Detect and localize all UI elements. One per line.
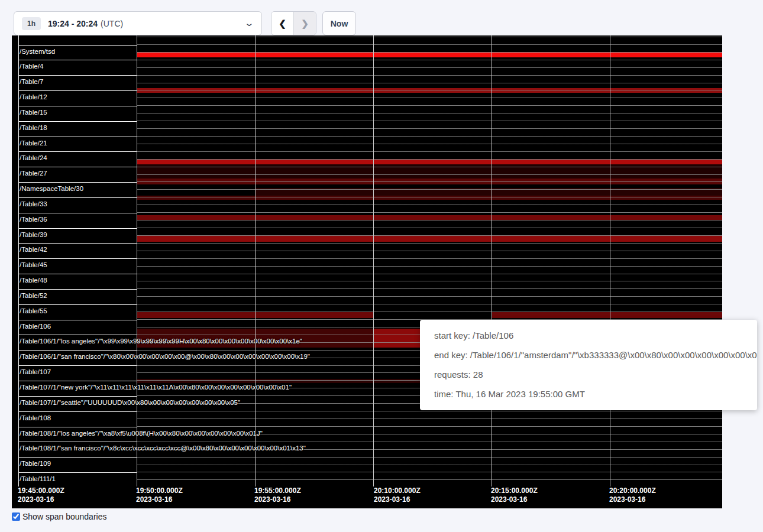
row-label-text: /Table/18 [18,124,47,131]
x-axis-tick-date: 2023-03-16 [609,495,656,504]
time-range-label: 19:24 - 20:24 [48,19,98,28]
row-label: /Table/55 [18,304,137,320]
x-axis-tick-date: 2023-03-16 [374,495,421,504]
tooltip-time: time: Thu, 16 Mar 2023 19:55:00 GMT [434,388,757,400]
row-label-text: /Table/111/1 [18,475,56,482]
row-label: /Table/4 [18,60,137,75]
chevron-right-icon: ❯ [301,18,309,29]
time-column-line [255,35,256,486]
show-span-boundaries-label: Show span boundaries [22,512,106,521]
row-label: /Table/27 [18,167,137,182]
row-label-text: /Table/109 [18,459,51,467]
row-label-text: /Table/33 [18,200,47,207]
row-label: /Table/111/1 [18,472,137,488]
x-axis-tick-date: 2023-03-16 [18,495,64,504]
row-label: /Table/107/1/"new york"/"\x11\x11\x11\x1… [18,381,137,396]
row-label: /Table/24 [18,151,137,167]
prev-time-button[interactable]: ❮ [271,12,293,35]
row-label: /NamespaceTable/30 [18,182,137,197]
row-label: /Table/106/1/"san francisco"/"\x80\x00\x… [18,350,137,365]
x-axis-tick-time: 20:15:00.000Z [491,486,538,495]
row-label-text: /Table/108/1/"los angeles"/"\xa8\xf5\u00… [18,429,263,437]
row-label-text: /Table/12 [18,93,47,100]
x-axis-tick-date: 2023-03-16 [254,495,301,504]
row-label-text: /Table/106/1/"los angeles"/"\x99\x99\x99… [18,337,302,345]
tooltip-end-key: end key: /Table/106/1/"amsterdam"/"\xb33… [434,349,757,361]
row-label-text: /Table/45 [18,261,47,268]
key-visualizer-heatmap[interactable]: /System/tsd/Table/4/Table/7/Table/12/Tab… [12,35,722,508]
x-axis-tick-time: 20:10:00.000Z [374,486,421,495]
x-axis-tick: 20:15:00.000Z2023-03-16 [491,486,538,504]
row-label-text: /Table/107 [18,368,51,375]
row-label: /Table/18 [18,121,137,137]
next-time-button[interactable]: ❯ [293,12,316,35]
row-label-text: /Table/107/1/"new york"/"\x11\x11\x11\x1… [18,383,292,391]
row-label-text: /Table/24 [18,154,47,161]
x-axis-tick: 20:10:00.000Z2023-03-16 [374,486,421,504]
row-label-text: /Table/106/1/"san francisco"/"\x80\x00\x… [18,352,310,360]
tooltip-start-key: start key: /Table/106 [434,330,757,342]
row-label-text: /NamespaceTable/30 [18,184,83,192]
row-label: /Table/42 [18,243,137,258]
row-label-text: /Table/48 [18,276,47,284]
x-axis-tick-date: 2023-03-16 [491,495,538,504]
x-axis-tick-date: 2023-03-16 [136,495,183,504]
row-label-text: /Table/106 [18,322,51,330]
row-label: /Table/52 [18,289,137,304]
row-label-text: /Table/107/1/"seattle"/"UUUUUUD\x00\x80\… [18,398,240,406]
row-label: /Table/12 [18,90,137,106]
row-label: /Table/48 [18,274,137,289]
row-label: /Table/106 [18,320,137,335]
row-label-text: /Table/21 [18,139,47,147]
time-column-line [373,35,374,486]
row-label: /Table/7 [18,75,137,90]
row-label-text: /Table/52 [18,291,47,299]
time-range-select[interactable]: 1h 19:24 - 20:24 (UTC) ⌄ [14,11,262,35]
tooltip-requests: requests: 28 [434,369,757,381]
row-label: /Table/21 [18,137,137,152]
row-label: /Table/33 [18,197,137,213]
x-axis-tick-time: 19:45:00.000Z [18,486,64,495]
time-zone-label: (UTC) [101,19,123,28]
time-column-line [492,35,492,486]
chevron-left-icon: ❮ [279,18,286,29]
footer: Show span boundaries [12,512,106,521]
row-label-text: /System/tsd [18,47,55,55]
row-label: /Table/45 [18,258,137,274]
now-button[interactable]: Now [322,11,356,35]
row-label: /Table/109 [18,457,137,472]
x-axis-tick-time: 20:20:00.000Z [609,486,656,495]
row-label: /Table/15 [18,106,137,121]
row-label: /Table/107 [18,365,137,381]
time-range-duration-badge: 1h [22,17,41,30]
row-label: /Table/108/1/"los angeles"/"\xa8\xf5\u00… [18,427,137,442]
row-label-text: /Table/108 [18,414,51,421]
row-label-text: /Table/15 [18,108,47,116]
heatmap-tooltip: start key: /Table/106 end key: /Table/10… [420,320,757,410]
row-label-text: /Table/7 [18,77,43,85]
row-label: /Table/39 [18,228,137,244]
row-label-text: /Table/55 [18,307,47,314]
x-axis-tick-time: 19:55:00.000Z [254,486,301,495]
row-label-text: /Table/4 [18,62,43,70]
time-nav-group: ❮ ❯ [271,11,316,35]
row-label: /Table/106/1/"los angeles"/"\x99\x99\x99… [18,335,137,350]
row-label: /System/tsd [18,45,137,60]
row-label: /Table/108 [18,411,137,427]
row-label-text: /Table/39 [18,231,47,238]
x-axis-tick: 19:55:00.000Z2023-03-16 [254,486,301,504]
row-label: /Table/108/1/"san francisco"/"\x8c\xcc\x… [18,442,137,457]
row-label-text: /Table/108/1/"san francisco"/"\x8c\xcc\x… [18,444,306,452]
row-label-text: /Table/36 [18,215,47,223]
x-axis-tick: 20:20:00.000Z2023-03-16 [609,486,656,504]
time-column-line [137,35,137,486]
row-label: /Table/107/1/"seattle"/"UUUUUUD\x00\x80\… [18,396,137,411]
show-span-boundaries-checkbox[interactable] [12,512,20,521]
row-label-text: /Table/27 [18,169,47,177]
chevron-down-icon: ⌄ [244,18,255,28]
key-visualizer-page: { "toolbar": { "time_range_badge": "1h",… [0,0,763,532]
x-axis-tick-time: 19:50:00.000Z [136,486,183,495]
time-column-line [610,35,610,486]
toolbar: 1h 19:24 - 20:24 (UTC) ⌄ ❮ ❯ Now [0,0,763,35]
x-axis-tick: 19:50:00.000Z2023-03-16 [136,486,183,504]
